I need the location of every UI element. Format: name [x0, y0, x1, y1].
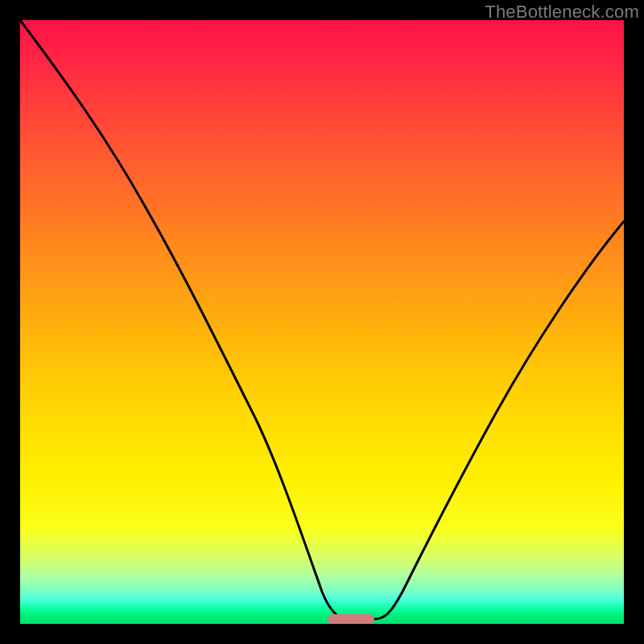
- bottleneck-curve-path: [20, 20, 624, 619]
- chart-svg: [20, 20, 624, 624]
- plot-area: [20, 20, 624, 624]
- watermark-label: TheBottleneck.com: [485, 2, 639, 23]
- optimum-marker: [328, 614, 374, 624]
- chart-frame: TheBottleneck.com: [0, 0, 644, 644]
